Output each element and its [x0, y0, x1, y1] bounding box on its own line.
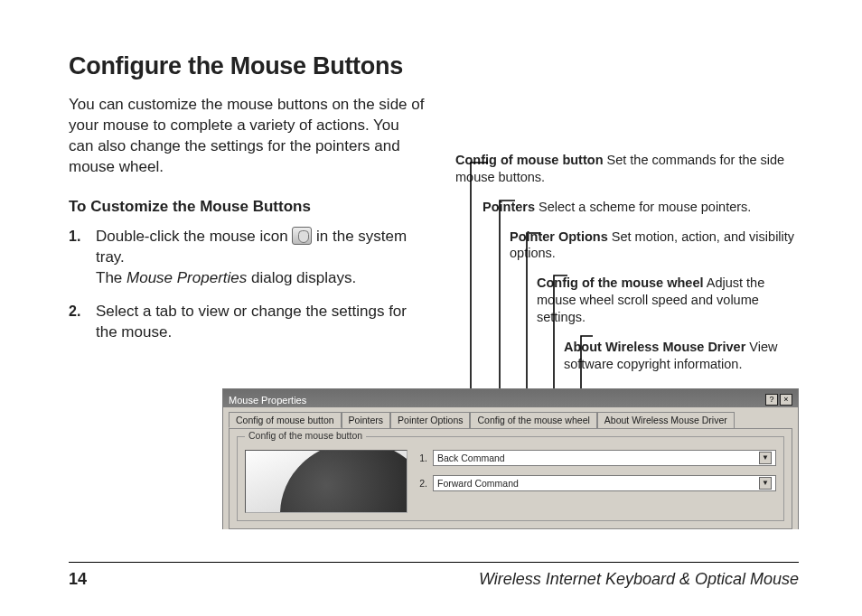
- callouts-column: Config of mouse button Set the commands …: [455, 52, 799, 385]
- mouse-illustration: [245, 450, 408, 513]
- config-fieldset: Config of the mouse button 1. Back Comma…: [237, 436, 784, 521]
- step-body: Select a tab to view or change the setti…: [96, 302, 426, 343]
- step-number: 2.: [69, 302, 96, 322]
- fieldset-label: Config of the mouse button: [245, 430, 366, 441]
- callout-mouse-wheel: Config of the mouse wheel Adjust the mou…: [537, 275, 799, 326]
- step-2: 2. Select a tab to view or change the se…: [69, 302, 426, 343]
- tab-config-mouse-wheel[interactable]: Config of the mouse wheel: [470, 412, 596, 428]
- dialog-titlebar: Mouse Properties ? ×: [223, 389, 798, 407]
- callout-about-driver: About Wireless Mouse Driver View softwar…: [564, 339, 799, 373]
- manual-page: Configure the Mouse Buttons You can cust…: [0, 0, 862, 616]
- close-button[interactable]: ×: [780, 394, 792, 406]
- dialog-title: Mouse Properties: [229, 395, 306, 406]
- book-title: Wireless Internet Keyboard & Optical Mou…: [479, 570, 799, 589]
- callout-pointer-options: Pointer Options Set motion, action, and …: [510, 229, 799, 263]
- callout-config-mouse-button: Config of mouse button Set the commands …: [455, 152, 799, 186]
- step-1: 1. Double-click the mouse icon in the sy…: [69, 227, 426, 289]
- mouse-properties-dialog: Mouse Properties ? × Config of mouse but…: [222, 388, 799, 529]
- tab-config-mouse-button[interactable]: Config of mouse button: [229, 412, 342, 428]
- button-1-row: 1. Back Command ▼: [417, 450, 776, 466]
- tab-pointer-options[interactable]: Pointer Options: [390, 412, 470, 428]
- button-1-select[interactable]: Back Command ▼: [433, 450, 776, 466]
- steps-list: 1. Double-click the mouse icon in the sy…: [69, 227, 426, 343]
- tab-pointers[interactable]: Pointers: [342, 412, 391, 428]
- page-footer: 14 Wireless Internet Keyboard & Optical …: [69, 562, 799, 589]
- tab-about-driver[interactable]: About Wireless Mouse Driver: [597, 412, 735, 428]
- mouse-tray-icon: [292, 227, 312, 245]
- chevron-down-icon: ▼: [759, 477, 772, 490]
- step-number: 1.: [69, 227, 96, 247]
- page-number: 14: [69, 570, 87, 589]
- subheading: To Customize the Mouse Buttons: [69, 198, 426, 216]
- left-column: Configure the Mouse Buttons You can cust…: [69, 52, 426, 355]
- intro-text: You can customize the mouse buttons on t…: [69, 95, 426, 178]
- button-2-row: 2. Forward Command ▼: [417, 475, 776, 491]
- dialog-panel: Config of the mouse button 1. Back Comma…: [229, 428, 792, 529]
- help-button[interactable]: ?: [765, 394, 778, 406]
- page-title: Configure the Mouse Buttons: [69, 52, 426, 80]
- callout-pointers: Pointers Select a scheme for mouse point…: [483, 199, 799, 216]
- step-body: Double-click the mouse icon in the syste…: [96, 227, 426, 289]
- dialog-tabs: Config of mouse button Pointers Pointer …: [223, 407, 798, 428]
- chevron-down-icon: ▼: [759, 452, 772, 464]
- button-2-select[interactable]: Forward Command ▼: [433, 475, 776, 491]
